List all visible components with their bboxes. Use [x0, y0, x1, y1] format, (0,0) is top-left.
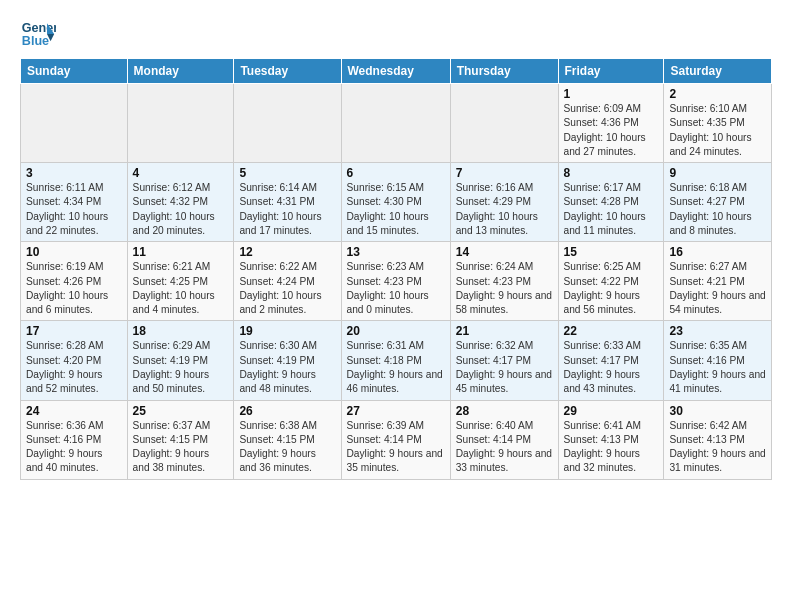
- svg-text:Blue: Blue: [22, 34, 49, 48]
- day-number: 8: [564, 166, 659, 180]
- day-number: 9: [669, 166, 766, 180]
- calendar-cell: 1Sunrise: 6:09 AM Sunset: 4:36 PM Daylig…: [558, 84, 664, 163]
- calendar-cell: 13Sunrise: 6:23 AM Sunset: 4:23 PM Dayli…: [341, 242, 450, 321]
- day-info: Sunrise: 6:32 AM Sunset: 4:17 PM Dayligh…: [456, 339, 553, 396]
- day-info: Sunrise: 6:42 AM Sunset: 4:13 PM Dayligh…: [669, 419, 766, 476]
- calendar-cell: 20Sunrise: 6:31 AM Sunset: 4:18 PM Dayli…: [341, 321, 450, 400]
- calendar-cell: 17Sunrise: 6:28 AM Sunset: 4:20 PM Dayli…: [21, 321, 128, 400]
- day-info: Sunrise: 6:33 AM Sunset: 4:17 PM Dayligh…: [564, 339, 659, 396]
- day-number: 22: [564, 324, 659, 338]
- calendar-cell: [341, 84, 450, 163]
- day-info: Sunrise: 6:14 AM Sunset: 4:31 PM Dayligh…: [239, 181, 335, 238]
- calendar-cell: 7Sunrise: 6:16 AM Sunset: 4:29 PM Daylig…: [450, 163, 558, 242]
- calendar-cell: 4Sunrise: 6:12 AM Sunset: 4:32 PM Daylig…: [127, 163, 234, 242]
- day-info: Sunrise: 6:25 AM Sunset: 4:22 PM Dayligh…: [564, 260, 659, 317]
- day-number: 4: [133, 166, 229, 180]
- day-number: 30: [669, 404, 766, 418]
- calendar-cell: 19Sunrise: 6:30 AM Sunset: 4:19 PM Dayli…: [234, 321, 341, 400]
- day-number: 17: [26, 324, 122, 338]
- day-info: Sunrise: 6:11 AM Sunset: 4:34 PM Dayligh…: [26, 181, 122, 238]
- day-info: Sunrise: 6:40 AM Sunset: 4:14 PM Dayligh…: [456, 419, 553, 476]
- day-number: 11: [133, 245, 229, 259]
- day-number: 29: [564, 404, 659, 418]
- day-number: 16: [669, 245, 766, 259]
- calendar-cell: 25Sunrise: 6:37 AM Sunset: 4:15 PM Dayli…: [127, 400, 234, 479]
- calendar-cell: 18Sunrise: 6:29 AM Sunset: 4:19 PM Dayli…: [127, 321, 234, 400]
- calendar-cell: 24Sunrise: 6:36 AM Sunset: 4:16 PM Dayli…: [21, 400, 128, 479]
- day-info: Sunrise: 6:22 AM Sunset: 4:24 PM Dayligh…: [239, 260, 335, 317]
- day-info: Sunrise: 6:31 AM Sunset: 4:18 PM Dayligh…: [347, 339, 445, 396]
- calendar-week-3: 10Sunrise: 6:19 AM Sunset: 4:26 PM Dayli…: [21, 242, 772, 321]
- day-info: Sunrise: 6:21 AM Sunset: 4:25 PM Dayligh…: [133, 260, 229, 317]
- day-number: 24: [26, 404, 122, 418]
- calendar-cell: [127, 84, 234, 163]
- calendar-header-row: SundayMondayTuesdayWednesdayThursdayFrid…: [21, 59, 772, 84]
- day-number: 19: [239, 324, 335, 338]
- day-info: Sunrise: 6:09 AM Sunset: 4:36 PM Dayligh…: [564, 102, 659, 159]
- calendar-cell: 28Sunrise: 6:40 AM Sunset: 4:14 PM Dayli…: [450, 400, 558, 479]
- calendar-week-2: 3Sunrise: 6:11 AM Sunset: 4:34 PM Daylig…: [21, 163, 772, 242]
- day-number: 14: [456, 245, 553, 259]
- day-number: 23: [669, 324, 766, 338]
- day-info: Sunrise: 6:15 AM Sunset: 4:30 PM Dayligh…: [347, 181, 445, 238]
- day-info: Sunrise: 6:23 AM Sunset: 4:23 PM Dayligh…: [347, 260, 445, 317]
- calendar-cell: 2Sunrise: 6:10 AM Sunset: 4:35 PM Daylig…: [664, 84, 772, 163]
- day-number: 7: [456, 166, 553, 180]
- day-number: 2: [669, 87, 766, 101]
- calendar-cell: 30Sunrise: 6:42 AM Sunset: 4:13 PM Dayli…: [664, 400, 772, 479]
- day-number: 25: [133, 404, 229, 418]
- day-info: Sunrise: 6:24 AM Sunset: 4:23 PM Dayligh…: [456, 260, 553, 317]
- day-number: 6: [347, 166, 445, 180]
- day-info: Sunrise: 6:19 AM Sunset: 4:26 PM Dayligh…: [26, 260, 122, 317]
- day-info: Sunrise: 6:29 AM Sunset: 4:19 PM Dayligh…: [133, 339, 229, 396]
- calendar-cell: 29Sunrise: 6:41 AM Sunset: 4:13 PM Dayli…: [558, 400, 664, 479]
- day-header-sunday: Sunday: [21, 59, 128, 84]
- calendar-week-5: 24Sunrise: 6:36 AM Sunset: 4:16 PM Dayli…: [21, 400, 772, 479]
- day-number: 12: [239, 245, 335, 259]
- logo-icon: General Blue: [20, 16, 56, 52]
- page: General Blue SundayMondayTuesdayWednesda…: [0, 0, 792, 490]
- day-header-friday: Friday: [558, 59, 664, 84]
- day-header-thursday: Thursday: [450, 59, 558, 84]
- day-info: Sunrise: 6:18 AM Sunset: 4:27 PM Dayligh…: [669, 181, 766, 238]
- day-header-monday: Monday: [127, 59, 234, 84]
- day-info: Sunrise: 6:37 AM Sunset: 4:15 PM Dayligh…: [133, 419, 229, 476]
- day-number: 13: [347, 245, 445, 259]
- day-info: Sunrise: 6:39 AM Sunset: 4:14 PM Dayligh…: [347, 419, 445, 476]
- day-number: 18: [133, 324, 229, 338]
- day-number: 21: [456, 324, 553, 338]
- day-info: Sunrise: 6:27 AM Sunset: 4:21 PM Dayligh…: [669, 260, 766, 317]
- calendar-cell: 10Sunrise: 6:19 AM Sunset: 4:26 PM Dayli…: [21, 242, 128, 321]
- day-number: 1: [564, 87, 659, 101]
- calendar-cell: 11Sunrise: 6:21 AM Sunset: 4:25 PM Dayli…: [127, 242, 234, 321]
- calendar-cell: 8Sunrise: 6:17 AM Sunset: 4:28 PM Daylig…: [558, 163, 664, 242]
- calendar-cell: [21, 84, 128, 163]
- calendar-cell: 14Sunrise: 6:24 AM Sunset: 4:23 PM Dayli…: [450, 242, 558, 321]
- day-number: 28: [456, 404, 553, 418]
- day-number: 5: [239, 166, 335, 180]
- day-info: Sunrise: 6:38 AM Sunset: 4:15 PM Dayligh…: [239, 419, 335, 476]
- day-number: 3: [26, 166, 122, 180]
- day-info: Sunrise: 6:41 AM Sunset: 4:13 PM Dayligh…: [564, 419, 659, 476]
- calendar-cell: 6Sunrise: 6:15 AM Sunset: 4:30 PM Daylig…: [341, 163, 450, 242]
- day-info: Sunrise: 6:35 AM Sunset: 4:16 PM Dayligh…: [669, 339, 766, 396]
- day-info: Sunrise: 6:30 AM Sunset: 4:19 PM Dayligh…: [239, 339, 335, 396]
- calendar-cell: 23Sunrise: 6:35 AM Sunset: 4:16 PM Dayli…: [664, 321, 772, 400]
- day-info: Sunrise: 6:10 AM Sunset: 4:35 PM Dayligh…: [669, 102, 766, 159]
- calendar-cell: 27Sunrise: 6:39 AM Sunset: 4:14 PM Dayli…: [341, 400, 450, 479]
- calendar-cell: 9Sunrise: 6:18 AM Sunset: 4:27 PM Daylig…: [664, 163, 772, 242]
- day-info: Sunrise: 6:12 AM Sunset: 4:32 PM Dayligh…: [133, 181, 229, 238]
- day-info: Sunrise: 6:16 AM Sunset: 4:29 PM Dayligh…: [456, 181, 553, 238]
- day-number: 27: [347, 404, 445, 418]
- calendar-cell: 15Sunrise: 6:25 AM Sunset: 4:22 PM Dayli…: [558, 242, 664, 321]
- day-info: Sunrise: 6:28 AM Sunset: 4:20 PM Dayligh…: [26, 339, 122, 396]
- day-info: Sunrise: 6:17 AM Sunset: 4:28 PM Dayligh…: [564, 181, 659, 238]
- calendar-week-1: 1Sunrise: 6:09 AM Sunset: 4:36 PM Daylig…: [21, 84, 772, 163]
- day-number: 15: [564, 245, 659, 259]
- calendar-cell: 16Sunrise: 6:27 AM Sunset: 4:21 PM Dayli…: [664, 242, 772, 321]
- calendar-cell: 5Sunrise: 6:14 AM Sunset: 4:31 PM Daylig…: [234, 163, 341, 242]
- logo: General Blue: [20, 16, 56, 52]
- day-info: Sunrise: 6:36 AM Sunset: 4:16 PM Dayligh…: [26, 419, 122, 476]
- calendar-cell: 21Sunrise: 6:32 AM Sunset: 4:17 PM Dayli…: [450, 321, 558, 400]
- day-number: 10: [26, 245, 122, 259]
